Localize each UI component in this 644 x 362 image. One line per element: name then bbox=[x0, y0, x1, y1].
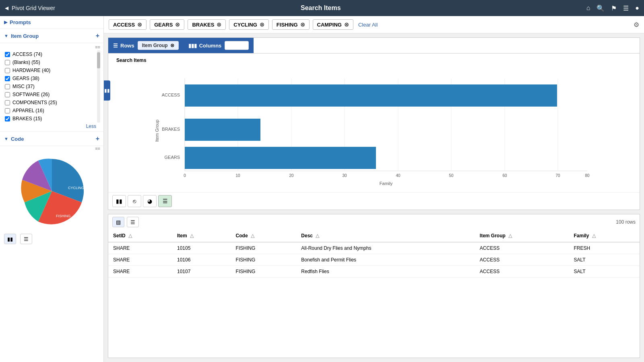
filter-tag-cycling[interactable]: CYCLING⊗ bbox=[229, 19, 269, 30]
user-icon[interactable]: ● bbox=[635, 4, 639, 12]
col-code[interactable]: Code △ bbox=[231, 230, 297, 242]
sort-icon-item-group: △ bbox=[508, 233, 512, 239]
xtick-80: 80 bbox=[585, 173, 590, 178]
data-table: SetID △ Item △ Code △ Desc △ Item Group … bbox=[108, 230, 640, 278]
pivot-col-chip[interactable]: Family bbox=[225, 41, 249, 50]
filter-tag-brakes[interactable]: BRAKES⊗ bbox=[188, 19, 226, 30]
col-item[interactable]: Item △ bbox=[172, 230, 231, 242]
item-group-label: Item Group bbox=[11, 33, 39, 39]
item-checkbox-8[interactable] bbox=[5, 116, 10, 121]
search-icon[interactable]: 🔍 bbox=[597, 4, 605, 12]
grid-view-btn[interactable]: ▧ bbox=[112, 217, 124, 227]
cell-code-0: FISHING bbox=[231, 242, 297, 254]
item-checkbox-6[interactable] bbox=[5, 100, 10, 105]
cell-item_group-0: ACCESS bbox=[475, 242, 569, 254]
code-add-icon[interactable]: + bbox=[96, 135, 99, 142]
filter-tag-remove-3[interactable]: ⊗ bbox=[260, 21, 264, 28]
cell-family-2: SALT bbox=[569, 266, 640, 278]
pivot-area: ☰ Rows Item Group ⊗ ▮▮▮ Columns Fam bbox=[108, 37, 640, 210]
item-group-header[interactable]: ▼ Item Group + bbox=[0, 29, 103, 43]
xtick-20: 20 bbox=[289, 173, 294, 178]
item-label-6: COMPONENTS (25) bbox=[12, 100, 57, 105]
item-checkbox-3[interactable] bbox=[5, 76, 10, 81]
col-desc[interactable]: Desc △ bbox=[296, 230, 475, 242]
item-row: BRAKES (15) bbox=[3, 115, 100, 123]
item-row: (Blanks) (55) bbox=[3, 58, 100, 66]
sidebar: ▶ Prompts ▼ Item Group + ≡≡ ACCESS (74)(… bbox=[0, 16, 104, 362]
filter-tag-remove-0[interactable]: ⊗ bbox=[137, 21, 142, 28]
prompts-section-header[interactable]: ▶ Prompts bbox=[0, 16, 103, 29]
sort-icon-setid: △ bbox=[128, 233, 132, 239]
code-label: Code bbox=[11, 136, 24, 142]
code-drag-icon: ≡≡ bbox=[0, 146, 103, 151]
item-checkbox-2[interactable] bbox=[5, 68, 10, 73]
item-checkbox-1[interactable] bbox=[5, 60, 10, 65]
xtick-30: 30 bbox=[342, 173, 347, 178]
pie-bar-view-btn[interactable]: ▮▮ bbox=[4, 234, 16, 244]
code-header[interactable]: ▼ Code + bbox=[0, 132, 103, 146]
bar-label-brakes: BRAKES bbox=[162, 127, 180, 132]
item-label-0: ACCESS (74) bbox=[12, 51, 42, 57]
filter-tag-label-1: GEARS bbox=[154, 22, 173, 28]
filter-tag-label-4: FISHING bbox=[277, 22, 298, 28]
bar-access bbox=[185, 84, 557, 107]
item-label-4: MISC (37) bbox=[12, 84, 35, 89]
item-checkbox-7[interactable] bbox=[5, 108, 10, 113]
item-group-add-icon[interactable]: + bbox=[96, 32, 99, 39]
xtick-50: 50 bbox=[449, 173, 454, 178]
scrollbar[interactable] bbox=[97, 50, 100, 123]
bar-label-gears: GEARS bbox=[164, 155, 180, 160]
list-view-btn[interactable]: ☰ bbox=[127, 217, 139, 227]
item-checkbox-5[interactable] bbox=[5, 92, 10, 97]
pivot-row-chip[interactable]: Item Group ⊗ bbox=[138, 41, 179, 50]
filter-tag-remove-5[interactable]: ⊗ bbox=[344, 21, 349, 28]
item-checkbox-4[interactable] bbox=[5, 84, 10, 89]
sort-icon-item: △ bbox=[190, 233, 194, 239]
pie-chart: CYCLING FISHING bbox=[16, 155, 88, 227]
filter-tag-remove-1[interactable]: ⊗ bbox=[175, 21, 180, 28]
pie-list-view-btn[interactable]: ☰ bbox=[20, 234, 32, 244]
scrollbar-thumb bbox=[97, 52, 100, 68]
filter-tag-fishing[interactable]: FISHING⊗ bbox=[272, 19, 310, 30]
table-chart-btn[interactable]: ☰ bbox=[158, 195, 172, 207]
col-item-group[interactable]: Item Group △ bbox=[475, 230, 569, 242]
topbar-left: ◀ Pivot Grid Viewer bbox=[5, 5, 55, 11]
main-layout: ▶ Prompts ▼ Item Group + ≡≡ ACCESS (74)(… bbox=[0, 16, 644, 362]
col-setid[interactable]: SetID △ bbox=[108, 230, 172, 242]
back-arrow-icon[interactable]: ◀ bbox=[5, 5, 8, 11]
cell-code-2: FISHING bbox=[231, 266, 297, 278]
menu-icon[interactable]: ☰ bbox=[623, 4, 629, 12]
filter-tag-access[interactable]: ACCESS⊗ bbox=[109, 19, 147, 30]
table-row: SHARE10105FISHINGAll-Round Dry Flies and… bbox=[108, 242, 640, 254]
chart-controls: ▮▮ ⎋ ◕ ☰ bbox=[108, 192, 640, 210]
pie-label-fishing: FISHING bbox=[56, 214, 71, 218]
home-icon[interactable]: ⌂ bbox=[586, 4, 590, 12]
drag-sort-icon: ≡≡ bbox=[3, 45, 100, 49]
pivot-row-chip-remove[interactable]: ⊗ bbox=[170, 43, 174, 48]
clear-all-button[interactable]: Clear All bbox=[358, 22, 378, 28]
app-title: Pivot Grid Viewer bbox=[12, 5, 55, 11]
filter-tag-label-0: ACCESS bbox=[113, 22, 135, 28]
bar-gears bbox=[185, 147, 376, 169]
item-label-8: BRAKES (15) bbox=[12, 116, 42, 121]
filter-tag-remove-2[interactable]: ⊗ bbox=[217, 21, 221, 28]
pie-chart-btn[interactable]: ◕ bbox=[143, 195, 157, 207]
table-body: SHARE10105FISHINGAll-Round Dry Flies and… bbox=[108, 242, 640, 278]
less-link[interactable]: Less bbox=[3, 123, 100, 130]
item-group-toggle-icon: ▼ bbox=[4, 33, 8, 38]
flag-icon[interactable]: ⚑ bbox=[611, 4, 617, 12]
filter-tag-remove-4[interactable]: ⊗ bbox=[300, 21, 305, 28]
prompts-toggle-icon: ▶ bbox=[4, 20, 7, 25]
filter-tag-camping[interactable]: CAMPING⊗ bbox=[313, 19, 353, 30]
x-axis-label: Family bbox=[380, 181, 393, 186]
filter-tag-gears[interactable]: GEARS⊗ bbox=[150, 19, 184, 30]
col-family[interactable]: Family △ bbox=[569, 230, 640, 242]
line-chart-btn[interactable]: ⎋ bbox=[128, 195, 141, 207]
item-checkbox-0[interactable] bbox=[5, 52, 10, 57]
item-list: ACCESS (74)(Blanks) (55)HARDWARE (40)GEA… bbox=[3, 50, 100, 123]
filter-tag-label-5: CAMPING bbox=[317, 22, 342, 28]
bar-chart-btn[interactable]: ▮▮ bbox=[112, 195, 126, 207]
cell-desc-1: Bonefish and Permit Flies bbox=[296, 254, 475, 266]
data-header: ▧ ☰ 100 rows bbox=[108, 214, 640, 230]
settings-icon[interactable]: ⚙ bbox=[634, 21, 639, 29]
